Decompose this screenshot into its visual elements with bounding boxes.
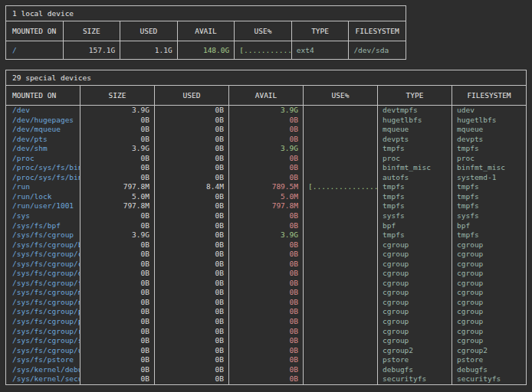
cell-type: debugfs — [378, 365, 452, 375]
cell-used: 0B — [155, 336, 229, 346]
cell-filesystem: tmpfs — [452, 230, 527, 240]
usage-bar-wrap: [....................]0.7% — [239, 46, 287, 54]
cell-type: cgroup — [378, 240, 452, 250]
cell-mounted-on: /sys/fs/cgroup/systemd — [6, 336, 80, 346]
cell-avail: 0B — [229, 135, 304, 145]
cell-filesystem: tmpfs — [452, 144, 527, 154]
cell-used: 0B — [155, 260, 229, 270]
column-header-avail: AVAIL — [177, 21, 235, 41]
cell-filesystem: debugfs — [452, 365, 527, 375]
cell-mounted-on: /sys/fs/cgroup/blkio — [6, 240, 80, 250]
cell-type: binfmt_misc — [378, 163, 452, 173]
column-header-used: USED — [155, 86, 229, 106]
cell-type: cgroup — [378, 317, 452, 327]
device-row: /run797.8M8.4M789.5M[...................… — [6, 182, 527, 192]
cell-used: 0B — [155, 125, 229, 135]
cell-use-percent — [304, 279, 378, 289]
cell-size: 0B — [80, 355, 155, 365]
cell-use-percent: [....................]1.0% — [304, 182, 378, 192]
cell-filesystem: pstore — [452, 355, 527, 365]
cell-use-percent — [304, 288, 378, 298]
device-row: /dev3.9G0B3.9Gdevtmpfsudev — [6, 106, 527, 116]
cell-used: 0B — [155, 173, 229, 183]
special-devices-table: 29 special devicesMOUNTED ONSIZEUSEDAVAI… — [5, 70, 527, 385]
cell-mounted-on: /sys/fs/cgroup/cpu,cpuacct — [6, 250, 80, 260]
cell-used: 0B — [155, 192, 229, 202]
cell-size: 157.1G — [63, 41, 120, 60]
cell-size: 3.9G — [80, 230, 155, 240]
cell-used: 0B — [155, 144, 229, 154]
cell-size: 0B — [80, 240, 155, 250]
column-header-size: SIZE — [63, 21, 120, 41]
cell-use-percent — [304, 374, 378, 384]
device-row: /sys/fs/cgroup/perf_event0B0B0Bcgroupcgr… — [6, 307, 527, 317]
cell-used: 0B — [155, 365, 229, 375]
cell-use-percent — [304, 173, 378, 183]
cell-type: tmpfs — [378, 144, 452, 154]
cell-avail: 0B — [229, 327, 304, 337]
cell-use-percent — [304, 346, 378, 356]
cell-filesystem: cgroup — [452, 336, 527, 346]
cell-size: 0B — [80, 374, 155, 384]
device-row: /sys/fs/cgroup/unified0B0B0Bcgroup2cgrou… — [6, 346, 527, 356]
cell-avail: 0B — [229, 317, 304, 327]
device-row: /dev/hugepages0B0B0Bhugetlbfshugetlbfs — [6, 116, 527, 126]
cell-mounted-on: /sys/fs/cgroup/memory — [6, 288, 80, 298]
cell-use-percent — [304, 298, 378, 308]
column-header-mounted-on: MOUNTED ON — [6, 21, 64, 41]
cell-mounted-on: /run — [6, 182, 80, 192]
cell-mounted-on: /sys/fs/cgroup — [6, 230, 80, 240]
cell-use-percent — [304, 240, 378, 250]
cell-size: 0B — [80, 317, 155, 327]
cell-used: 0B — [155, 279, 229, 289]
cell-filesystem: mqueue — [452, 125, 527, 135]
cell-avail: 0B — [229, 250, 304, 260]
cell-size: 0B — [80, 250, 155, 260]
device-row: /dev/mqueue0B0B0Bmqueuemqueue — [6, 125, 527, 135]
cell-avail: 0B — [229, 211, 304, 221]
special-devices-grid: 29 special devicesMOUNTED ONSIZEUSEDAVAI… — [5, 70, 527, 385]
column-header-used: USED — [120, 21, 178, 41]
cell-mounted-on: /sys/fs/cgroup/unified — [6, 346, 80, 356]
cell-filesystem: cgroup — [452, 327, 527, 337]
cell-mounted-on: /dev/mqueue — [6, 125, 80, 135]
cell-type: proc — [378, 154, 452, 164]
cell-filesystem: securityfs — [452, 374, 527, 384]
cell-type: cgroup — [378, 250, 452, 260]
cell-use-percent — [304, 144, 378, 154]
cell-use-percent — [304, 201, 378, 211]
cell-type: cgroup — [378, 336, 452, 346]
cell-mounted-on: /proc/sys/fs/binfmt_misc — [6, 163, 80, 173]
local-devices-table: 1 local deviceMOUNTED ONSIZEUSEDAVAILUSE… — [5, 5, 406, 60]
column-header-mounted-on: MOUNTED ON — [6, 86, 80, 106]
cell-use-percent — [304, 211, 378, 221]
column-header-use-: USE% — [304, 86, 378, 106]
cell-filesystem: cgroup — [452, 298, 527, 308]
cell-avail: 0B — [229, 221, 304, 231]
usage-bar: [....................] — [308, 182, 378, 192]
cell-type: tmpfs — [378, 230, 452, 240]
cell-avail: 0B — [229, 173, 304, 183]
cell-filesystem: udev — [452, 106, 527, 116]
local-devices-grid: 1 local deviceMOUNTED ONSIZEUSEDAVAILUSE… — [5, 5, 406, 60]
cell-used: 0B — [155, 288, 229, 298]
cell-filesystem: devpts — [452, 135, 527, 145]
cell-avail: 0B — [229, 374, 304, 384]
device-row: /157.1G1.1G148.0G[....................]0… — [6, 41, 406, 60]
cell-use-percent — [304, 317, 378, 327]
cell-size: 3.9G — [80, 106, 155, 116]
device-row: /sys/fs/cgroup/rdma0B0B0Bcgroupcgroup — [6, 327, 527, 337]
cell-size: 0B — [80, 260, 155, 270]
cell-mounted-on: /sys — [6, 211, 80, 221]
cell-type: sysfs — [378, 211, 452, 221]
column-header-type: TYPE — [378, 86, 452, 106]
device-row: /sys/fs/cgroup/devices0B0B0Bcgroupcgroup — [6, 269, 527, 279]
cell-filesystem: cgroup — [452, 279, 527, 289]
device-row: /run/user/1001797.8M0B797.8Mtmpfstmpfs — [6, 201, 527, 211]
device-row: /proc/sys/fs/binfmt_misc0B0B0Bbinfmt_mis… — [6, 163, 527, 173]
cell-size: 0B — [80, 173, 155, 183]
cell-use-percent — [304, 307, 378, 317]
device-row: /run/lock5.0M0B5.0Mtmpfstmpfs — [6, 192, 527, 202]
cell-mounted-on: /sys/fs/bpf — [6, 221, 80, 231]
cell-used: 0B — [155, 230, 229, 240]
